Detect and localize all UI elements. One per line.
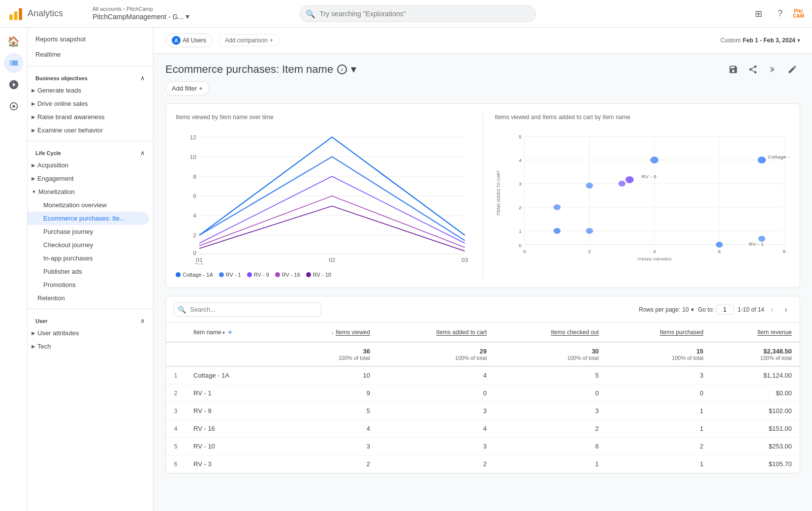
row-checked: 5 — [495, 366, 607, 384]
user-header[interactable]: User ∧ — [28, 313, 153, 326]
th-item-revenue[interactable]: Item revenue — [711, 323, 800, 342]
row-revenue: $102.00 — [711, 402, 800, 420]
add-column-button[interactable]: + — [228, 328, 232, 337]
retention-item[interactable]: ▶ Retention — [28, 291, 153, 305]
lifecycle-header[interactable]: Life Cycle ∧ — [28, 145, 153, 159]
svg-point-4 — [12, 105, 15, 108]
svg-text:0: 0 — [518, 243, 522, 248]
go-to-input[interactable] — [716, 305, 734, 315]
row-item-name: RV - 3 — [186, 455, 281, 473]
save-report-icon[interactable] — [725, 62, 741, 77]
monetization-overview-subitem[interactable]: Monetization overview — [28, 198, 149, 212]
line-chart-title: Items viewed by Item name over time — [176, 114, 471, 121]
explore-icon[interactable] — [4, 75, 24, 95]
title-dropdown-icon[interactable]: ▾ — [351, 63, 356, 76]
acquisition-item[interactable]: ▶ Acquisition — [28, 159, 153, 172]
svg-text:2: 2 — [518, 205, 522, 210]
share-icon[interactable] — [745, 62, 761, 77]
ecommerce-purchases-subitem[interactable]: Ecommerce purchases: Ite... — [28, 212, 149, 225]
user-attributes-item[interactable]: ▶ User attributes — [28, 326, 153, 340]
totals-added: 29 100% of total — [378, 342, 495, 366]
home-icon[interactable]: 🏠 — [4, 32, 24, 51]
all-users-segment[interactable]: A All Users — [165, 33, 213, 47]
account-selector[interactable]: PitchCampManagement - G... ▾ — [93, 12, 189, 21]
chart-legend: Cottage - 1A RV - 1 RV - 9 RV - 16 — [176, 272, 471, 278]
svg-text:6: 6 — [193, 193, 196, 199]
publisher-ads-subitem[interactable]: Publisher ads — [28, 265, 149, 278]
th-items-viewed[interactable]: ↓ Items viewed — [281, 323, 377, 342]
svg-point-47 — [553, 228, 560, 234]
rows-dropdown-icon: ▾ — [691, 306, 694, 313]
row-revenue: $253.00 — [711, 438, 800, 455]
date-range-selector[interactable]: Custom Feb 1 - Feb 3, 2024 ▾ — [720, 37, 800, 44]
data-table: Item name ▾ + ↓ Items viewed — [166, 323, 800, 473]
caret-icon: ▶ — [31, 128, 35, 133]
th-items-added[interactable]: Items added to cart — [378, 323, 495, 342]
row-num: 2 — [166, 384, 186, 402]
svg-text:ITEMS ADDED TO CART: ITEMS ADDED TO CART — [495, 170, 500, 216]
drive-online-sales-item[interactable]: ▶ Drive online sales — [28, 97, 153, 110]
svg-text:5: 5 — [518, 134, 522, 139]
sidebar-realtime[interactable]: Realtime — [28, 47, 149, 62]
legend-dot-rv10 — [306, 272, 311, 277]
table-search-icon: 🔍 — [178, 306, 186, 314]
row-item-name: RV - 9 — [186, 402, 281, 420]
next-page-button[interactable]: › — [780, 304, 792, 316]
add-comparison-button[interactable]: Add comparison + — [219, 34, 280, 46]
sidebar-reports-snapshot[interactable]: Reports snapshot — [28, 32, 149, 47]
compare-icon[interactable] — [765, 62, 781, 77]
add-comparison-label: Add comparison — [225, 37, 268, 44]
row-added: 4 — [378, 420, 495, 438]
reports-icon[interactable] — [4, 53, 24, 73]
svg-rect-2 — [19, 8, 22, 20]
help-icon[interactable]: ? — [771, 5, 789, 23]
promotions-subitem[interactable]: Promotions — [28, 278, 149, 291]
main-content: A All Users Add comparison + Custom Feb … — [154, 28, 812, 511]
svg-text:6: 6 — [718, 249, 721, 254]
content-header-bar: A All Users Add comparison + Custom Feb … — [154, 28, 812, 54]
line-chart: 12 10 8 6 4 2 0 01 Feb 02 03 — [176, 127, 471, 264]
scatter-rv1-point — [716, 242, 722, 248]
checkout-journey-subitem[interactable]: Checkout journey — [28, 238, 149, 252]
advertising-icon[interactable] — [4, 96, 24, 116]
row-added: 4 — [378, 366, 495, 384]
row-checked: 0 — [495, 384, 607, 402]
th-items-checked[interactable]: Items checked out — [495, 323, 607, 342]
table-search-area: 🔍 — [174, 302, 321, 317]
examine-user-behavior-item[interactable]: ▶ Examine user behavior — [28, 124, 153, 137]
generate-leads-item[interactable]: ▶ Generate leads — [28, 84, 153, 97]
monetization-item[interactable]: ▼ Monetization — [28, 185, 153, 198]
th-items-purchased[interactable]: Items purchased — [607, 323, 712, 342]
prev-page-button[interactable]: ‹ — [766, 304, 778, 316]
svg-point-48 — [625, 176, 633, 183]
legend-item-rv9: RV - 9 — [247, 272, 269, 278]
tech-item[interactable]: ▶ Tech — [28, 340, 153, 353]
global-search-input[interactable] — [300, 5, 536, 22]
business-objectives-title: Business objectives — [35, 75, 88, 81]
collapse-icon-2: ∧ — [140, 149, 145, 157]
business-objectives-header[interactable]: Business objectives ∧ — [28, 70, 153, 84]
brand-area: Analytics — [8, 6, 87, 22]
engagement-item[interactable]: ▶ Engagement — [28, 172, 153, 185]
apps-icon[interactable]: ⊞ — [750, 5, 767, 23]
totals-checked: 30 100% of total — [495, 342, 607, 366]
add-icon: + — [270, 37, 273, 44]
totals-row: 36 100% of total 29 100% of total 30 100… — [166, 342, 800, 366]
row-num: 3 — [166, 402, 186, 420]
table-search-input[interactable] — [174, 302, 321, 317]
rows-per-page-select[interactable]: 10 25 50 — [682, 306, 689, 313]
table-row: 6 RV - 3 2 2 1 1 $105.70 — [166, 455, 800, 473]
svg-text:ITEMS VIEWED: ITEMS VIEWED — [637, 257, 671, 261]
edit-icon[interactable] — [784, 62, 800, 77]
svg-text:03: 03 — [462, 257, 468, 262]
go-to-control: Go to: — [698, 305, 734, 315]
raise-brand-awareness-item[interactable]: ▶ Raise brand awareness — [28, 110, 153, 124]
purchase-journey-subitem[interactable]: Purchase journey — [28, 225, 149, 238]
totals-viewed: 36 100% of total — [281, 342, 377, 366]
row-num: 6 — [166, 455, 186, 473]
th-item-name[interactable]: Item name ▾ + — [186, 323, 281, 342]
in-app-purchases-subitem[interactable]: In-app purchases — [28, 252, 149, 265]
date-range-value: Feb 1 - Feb 3, 2024 — [743, 37, 795, 44]
add-filter-button[interactable]: Add filter + — [165, 81, 209, 96]
table-row: 2 RV - 1 9 0 0 0 $0.00 — [166, 384, 800, 402]
